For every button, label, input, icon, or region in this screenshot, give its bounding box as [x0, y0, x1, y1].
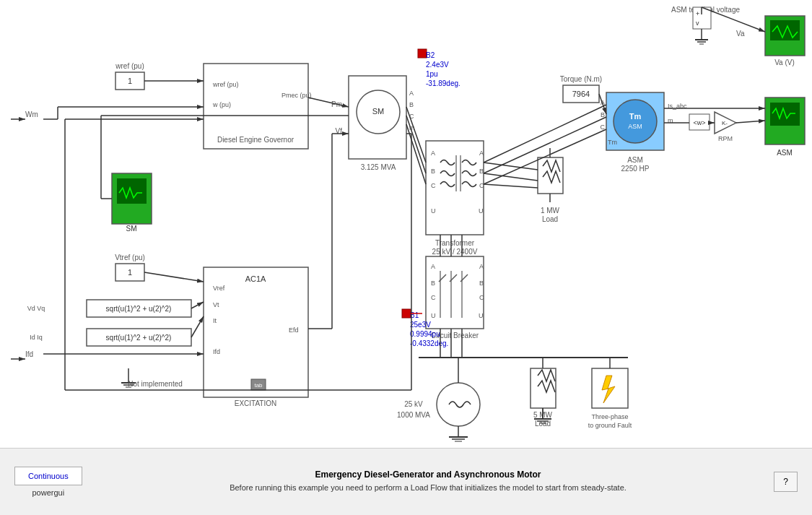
- continuous-button[interactable]: Continuous: [14, 467, 82, 485]
- svg-text:25 kV: 25 kV: [404, 400, 423, 408]
- va-label: Va: [736, 30, 745, 38]
- svg-text:RPM: RPM: [718, 135, 733, 142]
- powergui-box: Continuous powergui: [14, 467, 82, 497]
- w-feedback: <w>: [689, 114, 710, 130]
- svg-text:B: B: [409, 101, 414, 108]
- svg-text:sqrt(u(1)^2 + u(2)^2): sqrt(u(1)^2 + u(2)^2): [106, 305, 172, 313]
- svg-text:B: B: [601, 111, 605, 118]
- svg-text:2250 HP: 2250 HP: [621, 165, 650, 173]
- svg-point-60: [614, 100, 657, 143]
- svg-text:Vref: Vref: [213, 285, 225, 292]
- svg-text:2.4e3V: 2.4e3V: [426, 61, 449, 69]
- svg-text:U: U: [431, 312, 436, 319]
- svg-text:AC1A: AC1A: [245, 274, 266, 283]
- svg-text:C: C: [479, 182, 484, 189]
- help-button[interactable]: ?: [774, 472, 798, 492]
- svg-text:wref (pu): wref (pu): [115, 62, 144, 70]
- svg-text:Transformer: Transformer: [435, 239, 475, 247]
- svg-text:Va (V): Va (V): [774, 59, 795, 66]
- svg-text:C: C: [431, 182, 436, 189]
- svg-text:K-: K-: [722, 120, 728, 126]
- svg-text:Not implemented: Not implemented: [128, 380, 183, 388]
- svg-point-120: [437, 383, 480, 426]
- svg-text:1000 MVA: 1000 MVA: [397, 411, 430, 419]
- svg-text:Three-phase: Three-phase: [591, 413, 628, 420]
- svg-text:SM: SM: [372, 107, 385, 116]
- svg-text:B: B: [431, 168, 435, 175]
- vtref-constant[interactable]: 1 Vtref (pu): [115, 254, 145, 281]
- sm-scope[interactable]: SM: [112, 173, 152, 233]
- svg-text:7964: 7964: [572, 90, 590, 98]
- svg-text:ASM: ASM: [628, 123, 642, 130]
- wref-constant[interactable]: 1 wref (pu): [115, 62, 144, 90]
- svg-text:C: C: [431, 294, 436, 301]
- svg-text:wref (pu): wref (pu): [212, 81, 239, 88]
- load-1mw[interactable]: 1 MW Load: [538, 148, 563, 223]
- svg-text:1: 1: [128, 77, 132, 85]
- footer: Continuous powergui Emergency Diesel-Gen…: [0, 448, 812, 515]
- svg-text:Torque (N.m): Torque (N.m): [560, 75, 602, 83]
- svg-text:sqrt(u(1)^2 + u(2)^2): sqrt(u(1)^2 + u(2)^2): [106, 334, 172, 342]
- footer-title: Emergency Diesel-Generator and Asynchron…: [111, 469, 746, 480]
- svg-text:<w>: <w>: [693, 119, 705, 126]
- svg-text:A: A: [479, 263, 484, 270]
- svg-text:U: U: [431, 207, 436, 215]
- svg-text:ASM: ASM: [627, 156, 643, 164]
- svg-rect-75: [770, 20, 800, 40]
- footer-text: Emergency Diesel-Generator and Asynchron…: [111, 469, 746, 493]
- svg-text:B: B: [431, 280, 435, 287]
- svg-text:Efd: Efd: [289, 326, 299, 334]
- svg-text:A: A: [431, 150, 435, 157]
- svg-text:Load: Load: [542, 215, 558, 223]
- svg-text:-31.89deg.: -31.89deg.: [426, 79, 460, 87]
- svg-text:v: v: [696, 20, 699, 27]
- svg-text:C: C: [479, 294, 484, 301]
- svg-text:Pmec (pu): Pmec (pu): [281, 92, 312, 99]
- svg-text:3.125 MVA: 3.125 MVA: [361, 163, 396, 171]
- svg-text:Tm: Tm: [629, 112, 642, 121]
- svg-rect-54: [538, 157, 563, 194]
- svg-text:tab: tab: [254, 382, 263, 389]
- footer-description: Before running this example you need to …: [111, 482, 746, 493]
- svg-text:to ground Fault: to ground Fault: [588, 422, 632, 429]
- svg-text:1: 1: [128, 268, 132, 277]
- svg-text:Diesel Engine Governor: Diesel Engine Governor: [217, 136, 294, 144]
- excitation-block[interactable]: EXCITATION AC1A Vref Vt It Ifd Efd tab: [204, 267, 308, 407]
- svg-text:Vd Vq: Vd Vq: [27, 305, 45, 312]
- svg-text:EXCITATION: EXCITATION: [235, 399, 277, 407]
- svg-text:SM: SM: [126, 225, 137, 233]
- svg-text:0.9994pu: 0.9994pu: [410, 330, 440, 338]
- svg-text:Ifd: Ifd: [25, 350, 33, 358]
- powergui-label: powergui: [32, 488, 65, 497]
- svg-text:Vtref (pu): Vtref (pu): [115, 254, 145, 261]
- svg-text:25 kV / 2400V: 25 kV / 2400V: [432, 248, 478, 256]
- diesel-engine-governor[interactable]: Diesel Engine Governor wref (pu) w (pu) …: [204, 64, 312, 149]
- svg-text:B: B: [479, 168, 484, 175]
- svg-text:Ifd: Ifd: [213, 348, 220, 355]
- svg-text:Wm: Wm: [25, 111, 38, 118]
- svg-text:+: +: [696, 10, 699, 17]
- svg-text:B2: B2: [426, 51, 435, 59]
- svg-text:w (pu): w (pu): [212, 101, 231, 108]
- circuit-breaker[interactable]: A B C A B C U U Circuit Breaker: [426, 256, 484, 339]
- svg-text:B: B: [479, 280, 484, 287]
- svg-text:Tm: Tm: [608, 139, 617, 146]
- svg-rect-22: [117, 178, 147, 204]
- svg-text:1 MW: 1 MW: [541, 207, 560, 215]
- three-phase-fault[interactable]: Three-phase to ground Fault: [588, 368, 632, 429]
- svg-text:A: A: [431, 263, 435, 270]
- torque-constant[interactable]: 7964 Torque (N.m): [560, 75, 602, 103]
- svg-text:ASM: ASM: [777, 149, 793, 157]
- svg-text:U: U: [479, 207, 484, 215]
- svg-text:25e3V: 25e3V: [410, 321, 431, 329]
- svg-text:It: It: [213, 317, 217, 324]
- svg-text:U: U: [479, 312, 484, 319]
- svg-text:1pu: 1pu: [426, 70, 438, 78]
- svg-text:A: A: [409, 90, 414, 97]
- svg-text:Vt: Vt: [213, 301, 219, 308]
- svg-text:A: A: [479, 150, 484, 157]
- svg-text:Id Iq: Id Iq: [30, 334, 43, 341]
- svg-text:-0.4332deg.: -0.4332deg.: [410, 339, 448, 347]
